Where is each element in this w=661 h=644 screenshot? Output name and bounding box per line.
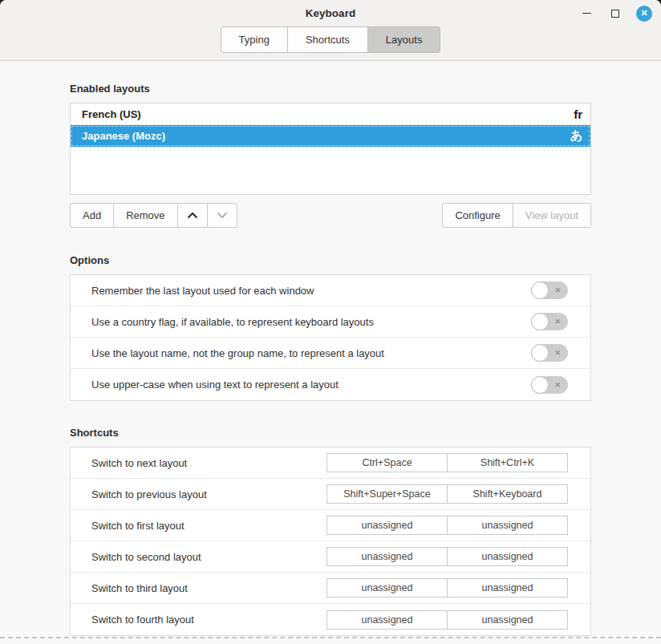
window-controls: ✕ xyxy=(578,0,653,26)
minimize-icon xyxy=(582,13,591,14)
keybinding-button-1[interactable]: Shift+Super+Space xyxy=(326,484,448,504)
move-down-button[interactable] xyxy=(207,203,237,228)
toggle-knob xyxy=(531,376,549,394)
window-title: Keyboard xyxy=(0,0,661,26)
tab-layouts[interactable]: Layouts xyxy=(368,26,441,53)
keybinding-button-2[interactable]: unassigned xyxy=(447,516,568,535)
enabled-layouts-list: French (US) fr Japanese (Mozc) あ xyxy=(70,103,591,195)
shortcut-label: Switch to next layout xyxy=(91,457,326,469)
minimize-button[interactable] xyxy=(578,5,595,22)
keybinding-button-1[interactable]: unassigned xyxy=(326,516,448,535)
toggle-off-icon: ✕ xyxy=(554,381,561,388)
shortcut-row-previous-layout: Switch to previous layout Shift+Super+Sp… xyxy=(71,479,590,510)
layout-edit-button-group: Add Remove xyxy=(70,203,237,228)
layouts-page: Enabled layouts French (US) fr Japanese … xyxy=(0,61,661,636)
layout-name: French (US) xyxy=(82,108,574,120)
remove-button[interactable]: Remove xyxy=(113,203,177,228)
close-button[interactable]: ✕ xyxy=(635,5,653,22)
keybinding-pair: unassigned unassigned xyxy=(326,516,568,535)
keybinding-pair: unassigned unassigned xyxy=(326,578,568,597)
keybinding-button-2[interactable]: unassigned xyxy=(447,610,568,630)
keybinding-button-1[interactable]: Ctrl+Space xyxy=(326,453,448,472)
toggle-knob xyxy=(531,313,549,330)
titlebar[interactable]: Keyboard ✕ xyxy=(0,0,661,26)
toggle-off-icon: ✕ xyxy=(554,318,561,326)
option-row-layout-name: Use the layout name, not the group name,… xyxy=(71,338,590,369)
option-label: Remember the last layout used for each w… xyxy=(91,285,531,297)
view-layout-button[interactable]: View layout xyxy=(513,203,591,228)
keybinding-pair: unassigned unassigned xyxy=(326,610,568,630)
keybinding-pair: Ctrl+Space Shift+Ctrl+K xyxy=(326,453,568,472)
chevron-down-icon xyxy=(217,212,228,219)
keybinding-pair: unassigned unassigned xyxy=(326,547,568,566)
layout-action-button-group: Configure View layout xyxy=(442,203,591,228)
shortcut-label: Switch to first layout xyxy=(91,520,326,532)
close-icon: ✕ xyxy=(636,6,652,22)
chevron-up-icon xyxy=(187,212,198,219)
layout-indicator-badge: fr xyxy=(574,107,582,121)
option-row-country-flag: Use a country flag, if available, to rep… xyxy=(71,306,590,338)
shortcut-label: Switch to third layout xyxy=(91,582,326,594)
tab-bar: Typing Shortcuts Layouts xyxy=(0,26,661,53)
move-up-button[interactable] xyxy=(177,203,208,228)
layout-row-japanese-selected[interactable]: Japanese (Mozc) あ xyxy=(71,125,590,147)
shortcuts-panel: Switch to next layout Ctrl+Space Shift+C… xyxy=(70,447,591,636)
option-row-upper-case: Use upper-case when using text to repres… xyxy=(71,369,590,400)
toggle-country-flag[interactable]: ✕ xyxy=(531,313,568,330)
shortcut-label: Switch to previous layout xyxy=(91,488,326,500)
keybinding-button-2[interactable]: unassigned xyxy=(447,547,568,566)
layout-list-toolbar: Add Remove Configure View layout xyxy=(70,203,591,228)
window-bottom-resize-edge[interactable] xyxy=(0,637,661,638)
keybinding-button-1[interactable]: unassigned xyxy=(326,547,448,566)
toggle-layout-name[interactable]: ✕ xyxy=(531,344,568,362)
option-label: Use a country flag, if available, to rep… xyxy=(91,316,531,328)
add-button[interactable]: Add xyxy=(70,203,114,228)
options-panel: Remember the last layout used for each w… xyxy=(70,274,591,401)
shortcuts-heading: Shortcuts xyxy=(70,427,591,439)
option-label: Use the layout name, not the group name,… xyxy=(91,347,531,359)
layout-name: Japanese (Mozc) xyxy=(82,130,570,142)
tab-group: Typing Shortcuts Layouts xyxy=(221,26,441,53)
keybinding-button-1[interactable]: unassigned xyxy=(326,578,448,597)
maximize-icon xyxy=(611,10,619,18)
shortcut-row-fourth-layout: Switch to fourth layout unassigned unass… xyxy=(71,604,590,635)
toggle-remember-last-layout[interactable]: ✕ xyxy=(531,281,568,299)
toggle-knob xyxy=(531,344,549,362)
shortcut-label: Switch to second layout xyxy=(91,551,326,563)
layout-indicator-badge: あ xyxy=(570,128,582,144)
window-header: Keyboard ✕ Typing Shortcuts Layouts xyxy=(0,0,661,61)
keybinding-button-2[interactable]: Shift+Ctrl+K xyxy=(447,453,568,472)
shortcut-row-first-layout: Switch to first layout unassigned unassi… xyxy=(71,510,590,541)
toggle-off-icon: ✕ xyxy=(554,287,561,294)
keyboard-settings-window: Keyboard ✕ Typing Shortcuts Layouts xyxy=(0,0,661,644)
keybinding-button-1[interactable]: unassigned xyxy=(326,610,448,630)
toggle-upper-case[interactable]: ✕ xyxy=(531,376,568,394)
layout-row-french[interactable]: French (US) fr xyxy=(71,103,590,125)
tab-shortcuts[interactable]: Shortcuts xyxy=(288,26,368,53)
toggle-knob xyxy=(531,281,549,299)
keybinding-button-2[interactable]: unassigned xyxy=(447,578,568,597)
toggle-off-icon: ✕ xyxy=(554,350,561,357)
keybinding-button-2[interactable]: Shift+Keyboard xyxy=(447,484,568,504)
option-label: Use upper-case when using text to repres… xyxy=(91,379,531,391)
shortcut-label: Switch to fourth layout xyxy=(91,614,326,626)
option-row-remember-last-layout: Remember the last layout used for each w… xyxy=(71,275,590,306)
keybinding-pair: Shift+Super+Space Shift+Keyboard xyxy=(326,484,568,504)
tab-typing[interactable]: Typing xyxy=(221,26,288,53)
maximize-button[interactable] xyxy=(606,5,624,22)
configure-button[interactable]: Configure xyxy=(442,203,513,228)
shortcut-row-second-layout: Switch to second layout unassigned unass… xyxy=(71,541,590,573)
enabled-layouts-heading: Enabled layouts xyxy=(70,61,591,95)
shortcut-row-next-layout: Switch to next layout Ctrl+Space Shift+C… xyxy=(71,448,590,479)
options-heading: Options xyxy=(70,254,591,266)
shortcut-row-third-layout: Switch to third layout unassigned unassi… xyxy=(71,573,590,604)
